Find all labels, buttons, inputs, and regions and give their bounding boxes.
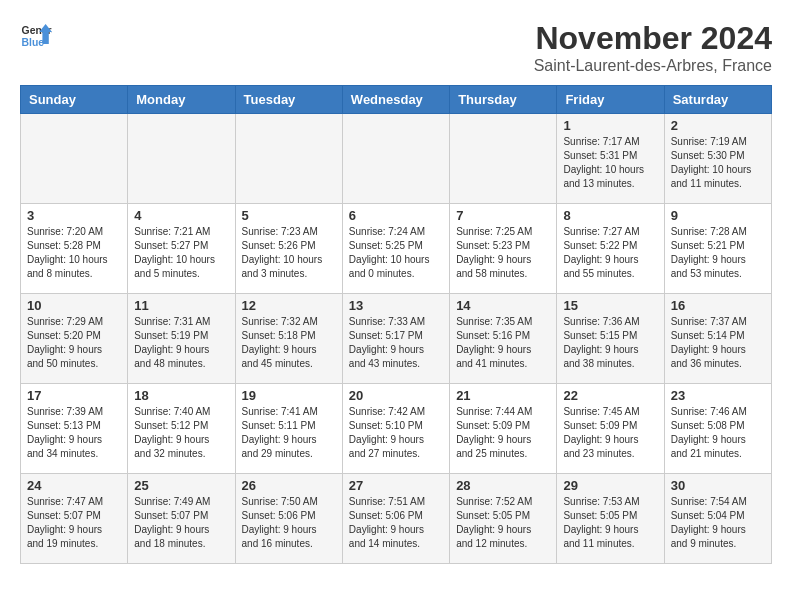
calendar-cell: 24Sunrise: 7:47 AM Sunset: 5:07 PM Dayli…: [21, 474, 128, 564]
day-number: 4: [134, 208, 228, 223]
calendar-cell: 23Sunrise: 7:46 AM Sunset: 5:08 PM Dayli…: [664, 384, 771, 474]
cell-content: Sunrise: 7:49 AM Sunset: 5:07 PM Dayligh…: [134, 495, 228, 551]
calendar-cell: 16Sunrise: 7:37 AM Sunset: 5:14 PM Dayli…: [664, 294, 771, 384]
calendar-cell: 6Sunrise: 7:24 AM Sunset: 5:25 PM Daylig…: [342, 204, 449, 294]
calendar-cell: 22Sunrise: 7:45 AM Sunset: 5:09 PM Dayli…: [557, 384, 664, 474]
calendar-cell: 28Sunrise: 7:52 AM Sunset: 5:05 PM Dayli…: [450, 474, 557, 564]
cell-content: Sunrise: 7:25 AM Sunset: 5:23 PM Dayligh…: [456, 225, 550, 281]
day-number: 13: [349, 298, 443, 313]
calendar-cell: 18Sunrise: 7:40 AM Sunset: 5:12 PM Dayli…: [128, 384, 235, 474]
day-number: 24: [27, 478, 121, 493]
cell-content: Sunrise: 7:19 AM Sunset: 5:30 PM Dayligh…: [671, 135, 765, 191]
cell-content: Sunrise: 7:46 AM Sunset: 5:08 PM Dayligh…: [671, 405, 765, 461]
day-number: 11: [134, 298, 228, 313]
calendar-cell: [128, 114, 235, 204]
day-number: 26: [242, 478, 336, 493]
day-number: 8: [563, 208, 657, 223]
weekday-header-row: SundayMondayTuesdayWednesdayThursdayFrid…: [21, 86, 772, 114]
calendar-week-row: 17Sunrise: 7:39 AM Sunset: 5:13 PM Dayli…: [21, 384, 772, 474]
day-number: 22: [563, 388, 657, 403]
day-number: 1: [563, 118, 657, 133]
calendar-cell: 26Sunrise: 7:50 AM Sunset: 5:06 PM Dayli…: [235, 474, 342, 564]
calendar-cell: 20Sunrise: 7:42 AM Sunset: 5:10 PM Dayli…: [342, 384, 449, 474]
calendar-cell: 9Sunrise: 7:28 AM Sunset: 5:21 PM Daylig…: [664, 204, 771, 294]
cell-content: Sunrise: 7:21 AM Sunset: 5:27 PM Dayligh…: [134, 225, 228, 281]
cell-content: Sunrise: 7:45 AM Sunset: 5:09 PM Dayligh…: [563, 405, 657, 461]
cell-content: Sunrise: 7:53 AM Sunset: 5:05 PM Dayligh…: [563, 495, 657, 551]
day-number: 12: [242, 298, 336, 313]
cell-content: Sunrise: 7:32 AM Sunset: 5:18 PM Dayligh…: [242, 315, 336, 371]
page-header: General Blue November 2024 Saint-Laurent…: [20, 20, 772, 75]
calendar-cell: 21Sunrise: 7:44 AM Sunset: 5:09 PM Dayli…: [450, 384, 557, 474]
cell-content: Sunrise: 7:33 AM Sunset: 5:17 PM Dayligh…: [349, 315, 443, 371]
calendar-cell: [235, 114, 342, 204]
calendar-week-row: 24Sunrise: 7:47 AM Sunset: 5:07 PM Dayli…: [21, 474, 772, 564]
month-title: November 2024: [534, 20, 772, 57]
day-number: 3: [27, 208, 121, 223]
calendar-cell: 5Sunrise: 7:23 AM Sunset: 5:26 PM Daylig…: [235, 204, 342, 294]
calendar-cell: 30Sunrise: 7:54 AM Sunset: 5:04 PM Dayli…: [664, 474, 771, 564]
day-number: 28: [456, 478, 550, 493]
weekday-header-sunday: Sunday: [21, 86, 128, 114]
cell-content: Sunrise: 7:23 AM Sunset: 5:26 PM Dayligh…: [242, 225, 336, 281]
calendar-cell: 15Sunrise: 7:36 AM Sunset: 5:15 PM Dayli…: [557, 294, 664, 384]
calendar-cell: 11Sunrise: 7:31 AM Sunset: 5:19 PM Dayli…: [128, 294, 235, 384]
day-number: 29: [563, 478, 657, 493]
calendar-cell: 4Sunrise: 7:21 AM Sunset: 5:27 PM Daylig…: [128, 204, 235, 294]
calendar-cell: [450, 114, 557, 204]
day-number: 30: [671, 478, 765, 493]
calendar-cell: 7Sunrise: 7:25 AM Sunset: 5:23 PM Daylig…: [450, 204, 557, 294]
day-number: 27: [349, 478, 443, 493]
day-number: 10: [27, 298, 121, 313]
cell-content: Sunrise: 7:31 AM Sunset: 5:19 PM Dayligh…: [134, 315, 228, 371]
calendar-cell: 13Sunrise: 7:33 AM Sunset: 5:17 PM Dayli…: [342, 294, 449, 384]
logo: General Blue: [20, 20, 52, 52]
weekday-header-saturday: Saturday: [664, 86, 771, 114]
cell-content: Sunrise: 7:27 AM Sunset: 5:22 PM Dayligh…: [563, 225, 657, 281]
calendar-cell: [342, 114, 449, 204]
cell-content: Sunrise: 7:41 AM Sunset: 5:11 PM Dayligh…: [242, 405, 336, 461]
cell-content: Sunrise: 7:37 AM Sunset: 5:14 PM Dayligh…: [671, 315, 765, 371]
calendar-week-row: 3Sunrise: 7:20 AM Sunset: 5:28 PM Daylig…: [21, 204, 772, 294]
logo-icon: General Blue: [20, 20, 52, 52]
day-number: 14: [456, 298, 550, 313]
weekday-header-wednesday: Wednesday: [342, 86, 449, 114]
calendar-cell: 2Sunrise: 7:19 AM Sunset: 5:30 PM Daylig…: [664, 114, 771, 204]
day-number: 6: [349, 208, 443, 223]
calendar-cell: 19Sunrise: 7:41 AM Sunset: 5:11 PM Dayli…: [235, 384, 342, 474]
day-number: 2: [671, 118, 765, 133]
day-number: 16: [671, 298, 765, 313]
calendar-cell: [21, 114, 128, 204]
day-number: 25: [134, 478, 228, 493]
svg-text:Blue: Blue: [22, 37, 45, 48]
weekday-header-tuesday: Tuesday: [235, 86, 342, 114]
cell-content: Sunrise: 7:51 AM Sunset: 5:06 PM Dayligh…: [349, 495, 443, 551]
weekday-header-thursday: Thursday: [450, 86, 557, 114]
cell-content: Sunrise: 7:42 AM Sunset: 5:10 PM Dayligh…: [349, 405, 443, 461]
cell-content: Sunrise: 7:52 AM Sunset: 5:05 PM Dayligh…: [456, 495, 550, 551]
calendar-cell: 1Sunrise: 7:17 AM Sunset: 5:31 PM Daylig…: [557, 114, 664, 204]
day-number: 5: [242, 208, 336, 223]
day-number: 20: [349, 388, 443, 403]
cell-content: Sunrise: 7:40 AM Sunset: 5:12 PM Dayligh…: [134, 405, 228, 461]
calendar-cell: 14Sunrise: 7:35 AM Sunset: 5:16 PM Dayli…: [450, 294, 557, 384]
cell-content: Sunrise: 7:29 AM Sunset: 5:20 PM Dayligh…: [27, 315, 121, 371]
calendar-table: SundayMondayTuesdayWednesdayThursdayFrid…: [20, 85, 772, 564]
calendar-cell: 27Sunrise: 7:51 AM Sunset: 5:06 PM Dayli…: [342, 474, 449, 564]
cell-content: Sunrise: 7:28 AM Sunset: 5:21 PM Dayligh…: [671, 225, 765, 281]
day-number: 23: [671, 388, 765, 403]
weekday-header-monday: Monday: [128, 86, 235, 114]
day-number: 15: [563, 298, 657, 313]
day-number: 9: [671, 208, 765, 223]
cell-content: Sunrise: 7:54 AM Sunset: 5:04 PM Dayligh…: [671, 495, 765, 551]
day-number: 21: [456, 388, 550, 403]
day-number: 7: [456, 208, 550, 223]
cell-content: Sunrise: 7:24 AM Sunset: 5:25 PM Dayligh…: [349, 225, 443, 281]
calendar-cell: 17Sunrise: 7:39 AM Sunset: 5:13 PM Dayli…: [21, 384, 128, 474]
calendar-cell: 29Sunrise: 7:53 AM Sunset: 5:05 PM Dayli…: [557, 474, 664, 564]
day-number: 19: [242, 388, 336, 403]
day-number: 18: [134, 388, 228, 403]
weekday-header-friday: Friday: [557, 86, 664, 114]
calendar-cell: 25Sunrise: 7:49 AM Sunset: 5:07 PM Dayli…: [128, 474, 235, 564]
day-number: 17: [27, 388, 121, 403]
